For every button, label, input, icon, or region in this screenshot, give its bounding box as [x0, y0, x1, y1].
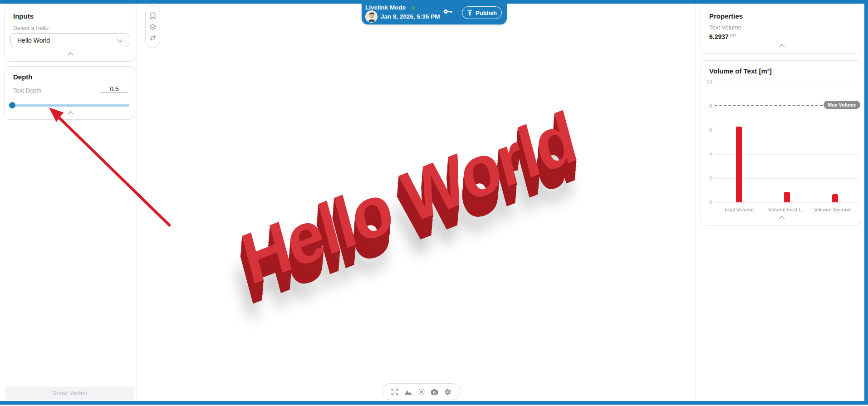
y-tick-label: 0 [701, 200, 712, 205]
livelink-banner: Livelink Mode Jan 8, 2026, 5:35 PM Publi… [362, 0, 507, 24]
properties-title: Properties [709, 12, 855, 20]
livelink-timestamp: Jan 8, 2026, 5:35 PM [381, 13, 440, 20]
text-volume-unit: m³ [730, 33, 736, 38]
environment-icon[interactable] [404, 389, 412, 395]
chevron-up-icon [779, 44, 785, 50]
publish-upload-icon [467, 10, 473, 16]
model-3d-text[interactable]: Hello World [194, 80, 622, 316]
inputs-panel-title: Inputs [13, 12, 128, 20]
chart-panel: Volume of Text [m³] 0246810Total VolumeV… [701, 60, 861, 225]
chart-bar [784, 192, 790, 202]
text-depth-label: Text Depth [13, 87, 41, 94]
text-depth-input[interactable] [100, 85, 128, 93]
viewport-bottom-toolbar [383, 383, 460, 400]
slider-track[interactable] [9, 104, 129, 107]
bookmark-icon[interactable] [150, 12, 156, 20]
volume-bar-chart: 0246810Total VolumeVolume First L...Volu… [701, 61, 862, 226]
sidebar-divider [137, 4, 137, 401]
hello-select-value: Hello World [17, 37, 50, 44]
hello-select[interactable]: Hello World [10, 33, 129, 47]
text-volume-value: 6.2937m³ [709, 33, 855, 40]
properties-panel: Properties Text Volume 6.2937m³ [701, 5, 861, 54]
publish-label: Publish [476, 10, 497, 16]
select-hello-label: Select a hello [13, 24, 128, 31]
depth-collapse-button[interactable] [68, 110, 72, 117]
chevron-up-icon [68, 111, 74, 117]
right-accent-bar [864, 0, 868, 405]
chevron-down-icon [117, 37, 123, 43]
x-axis-label: Volume Second ... [811, 207, 859, 212]
camera-icon[interactable] [431, 389, 438, 395]
depth-panel: Depth Text Depth [5, 66, 134, 120]
y-tick-label: 8 [701, 103, 712, 108]
inputs-panel: Inputs Select a hello Hello World [5, 5, 134, 62]
settings-icon[interactable] [444, 388, 451, 396]
chevron-up-icon [68, 52, 74, 58]
key-icon[interactable] [443, 8, 453, 16]
x-axis-label: Total Volume [715, 207, 763, 212]
avatar[interactable] [365, 10, 378, 23]
publish-button[interactable]: Publish [462, 6, 502, 19]
y-tick-label: 6 [701, 127, 712, 132]
livelink-mode-label: Livelink Mode [365, 4, 406, 11]
chart-bar [832, 194, 838, 202]
gridline [715, 82, 859, 82]
y-tick-label: 4 [701, 152, 712, 157]
slider-handle[interactable] [9, 102, 15, 108]
properties-collapse-button[interactable] [779, 43, 783, 49]
bottom-accent-bar [0, 401, 868, 405]
chart-collapse-button[interactable] [779, 215, 783, 221]
x-axis-label: Volume First L... [763, 207, 811, 212]
brightness-icon[interactable] [418, 388, 425, 396]
y-tick-label: 10 [701, 79, 712, 84]
show-variant-button[interactable]: Show Variant [5, 386, 134, 400]
text-volume-label: Text Volume [709, 24, 855, 31]
gridline [715, 202, 859, 203]
y-tick-label: 2 [701, 176, 712, 181]
text-depth-slider [9, 102, 129, 108]
max-volume-badge: Max Volume [824, 101, 860, 109]
swap-arrows-icon[interactable] [149, 35, 157, 41]
inputs-collapse-button[interactable] [68, 51, 72, 58]
fullscreen-icon[interactable] [391, 388, 398, 396]
layers-icon[interactable] [149, 24, 157, 31]
chart-bar [736, 127, 742, 202]
depth-panel-title: Depth [13, 73, 128, 81]
status-dot [412, 6, 415, 10]
viewport-left-toolbar [145, 5, 160, 48]
right-panel-divider [696, 4, 696, 401]
